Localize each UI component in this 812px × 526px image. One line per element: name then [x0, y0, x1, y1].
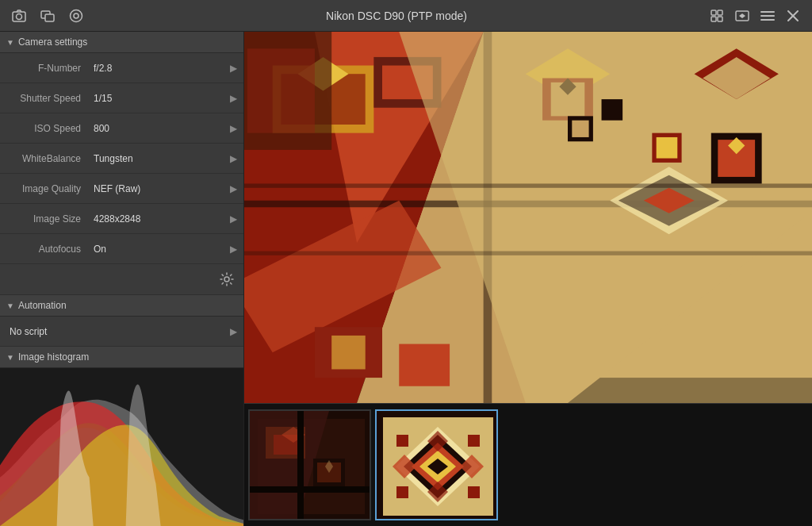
camera-settings-header[interactable]: ▼ Camera settings	[0, 32, 243, 53]
setting-row-wb[interactable]: WhiteBalance Tungsten ▶	[0, 144, 243, 174]
svg-point-16	[224, 277, 229, 282]
svg-rect-8	[711, 17, 716, 21]
quality-arrow-icon: ▶	[230, 183, 240, 194]
preview-icon[interactable]	[731, 5, 753, 27]
histogram-canvas	[0, 368, 243, 526]
left-panel: ▼ Camera settings F-Number f/2.8 ▶ Shutt…	[0, 32, 244, 526]
histogram-header[interactable]: ▼ Image histogram	[0, 347, 243, 368]
svg-rect-76	[377, 516, 498, 520]
setting-row-quality[interactable]: Image Quality NEF (Raw) ▶	[0, 174, 243, 204]
shutter-arrow-icon: ▶	[230, 93, 240, 104]
settings-list: F-Number f/2.8 ▶ Shutter Speed 1/15 ▶ IS…	[0, 53, 243, 264]
svg-rect-84	[468, 435, 480, 447]
shutter-value: 1/15	[90, 93, 230, 104]
svg-point-4	[71, 10, 82, 21]
settings-circle-icon[interactable]	[65, 5, 87, 27]
svg-rect-39	[572, 121, 588, 137]
quality-value: NEF (Raw)	[90, 183, 230, 194]
iso-label: ISO Speed	[3, 123, 90, 134]
thumbnail-1[interactable]	[248, 409, 371, 520]
size-arrow-icon: ▶	[230, 213, 240, 225]
shutter-label: Shutter Speed	[3, 93, 90, 104]
svg-rect-86	[468, 486, 480, 498]
histogram-section	[0, 368, 243, 526]
svg-rect-36	[247, 48, 315, 132]
setting-row-size[interactable]: Image Size 4288x2848 ▶	[0, 204, 243, 234]
autofocus-value: On	[90, 244, 230, 255]
main-content: ▼ Camera settings F-Number f/2.8 ▶ Shutt…	[0, 32, 812, 526]
iso-value: 800	[90, 123, 230, 134]
titlebar: Nikon DSC D90 (PTP mode)	[0, 0, 812, 32]
setting-row-fnumber[interactable]: F-Number f/2.8 ▶	[0, 53, 243, 83]
fnumber-value: f/2.8	[90, 63, 230, 74]
svg-rect-83	[396, 435, 408, 447]
automation-script-arrow-icon: ▶	[230, 326, 240, 337]
svg-rect-7	[718, 10, 722, 15]
svg-rect-67	[297, 411, 304, 520]
iso-arrow-icon: ▶	[230, 123, 240, 134]
setting-row-iso[interactable]: ISO Speed 800 ▶	[0, 113, 243, 144]
setting-row-autofocus[interactable]: Autofocus On ▶	[0, 234, 243, 264]
histogram-label: Image histogram	[18, 351, 89, 363]
svg-rect-40	[602, 99, 623, 121]
gear-row	[0, 264, 243, 295]
camera-settings-arrow-icon: ▼	[6, 38, 14, 47]
size-label: Image Size	[3, 213, 90, 225]
autofocus-label: Autofocus	[3, 244, 90, 255]
automation-header[interactable]: ▼ Automation	[0, 295, 243, 317]
gear-button[interactable]	[216, 269, 237, 290]
automation-script-value: No script	[3, 326, 230, 337]
wb-label: WhiteBalance	[3, 153, 90, 164]
window-title: Nikon DSC D90 (PTP mode)	[326, 10, 467, 22]
svg-rect-85	[396, 486, 408, 498]
menu-icon[interactable]	[756, 5, 779, 27]
titlebar-left	[8, 5, 87, 27]
svg-rect-6	[711, 10, 716, 15]
svg-rect-3	[45, 14, 54, 21]
svg-rect-55	[244, 183, 812, 187]
camera-icon[interactable]	[8, 5, 30, 27]
automation-script-row[interactable]: No script ▶	[0, 317, 243, 347]
svg-rect-50	[399, 344, 450, 386]
autofocus-arrow-icon: ▶	[230, 244, 240, 255]
fnumber-arrow-icon: ▶	[230, 63, 240, 74]
wb-value: Tungsten	[90, 153, 230, 164]
svg-rect-51	[331, 336, 366, 370]
fnumber-label: F-Number	[3, 63, 90, 74]
multiframe-icon[interactable]	[36, 5, 59, 27]
size-value: 4288x2848	[90, 213, 230, 225]
svg-rect-42	[657, 137, 678, 159]
wb-arrow-icon: ▶	[230, 153, 240, 164]
svg-rect-9	[718, 17, 722, 21]
svg-point-5	[74, 13, 79, 18]
main-preview	[244, 32, 812, 403]
automation-label: Automation	[18, 300, 67, 311]
histogram-arrow-icon: ▼	[6, 353, 14, 362]
setting-row-shutter[interactable]: Shutter Speed 1/15 ▶	[0, 83, 243, 113]
svg-rect-66	[250, 486, 371, 493]
automation-list: No script ▶	[0, 317, 243, 347]
right-panel	[244, 32, 812, 526]
svg-rect-56	[244, 251, 812, 255]
close-icon[interactable]	[782, 5, 804, 27]
automation-arrow-icon: ▼	[6, 301, 14, 310]
titlebar-right	[706, 5, 804, 27]
thumbnail-strip	[244, 403, 812, 526]
svg-point-1	[17, 13, 22, 19]
camera-settings-label: Camera settings	[18, 36, 87, 48]
svg-rect-78	[493, 411, 498, 520]
thumbnail-2[interactable]	[375, 409, 498, 520]
svg-rect-77	[377, 411, 383, 520]
quality-label: Image Quality	[3, 183, 90, 194]
grid-icon[interactable]	[706, 5, 728, 27]
svg-rect-75	[377, 411, 498, 417]
